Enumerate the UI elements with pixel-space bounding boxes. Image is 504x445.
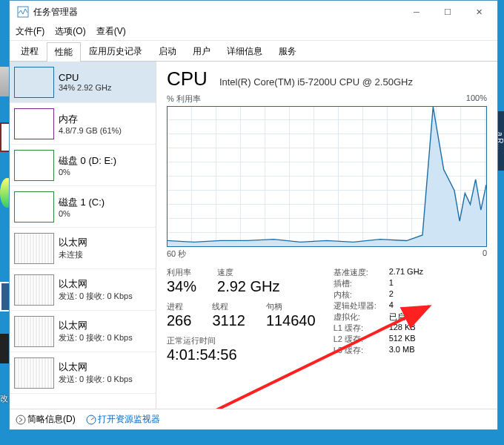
- sidebar-item-sub: 0%: [59, 209, 105, 218]
- eth-thumb-icon: [14, 357, 54, 389]
- sidebar-item-mem-1[interactable]: 内存4.8/7.9 GB (61%): [10, 103, 156, 145]
- sidebar-item-name: 磁盘 1 (C:): [59, 196, 105, 209]
- close-button[interactable]: ✕: [463, 1, 494, 22]
- sidebar-item-name: 内存: [59, 113, 122, 126]
- eth-thumb-icon: [14, 233, 54, 264]
- sidebar-item-eth-7[interactable]: 以太网发送: 0 接收: 0 Kbps: [10, 352, 156, 394]
- chart-label-top-left: % 利用率: [167, 93, 201, 105]
- sidebar-item-disk-2[interactable]: 磁盘 0 (D: E:)0%: [10, 145, 156, 186]
- eth-thumb-icon: [14, 274, 54, 306]
- panel-title: CPU: [167, 67, 208, 90]
- statusbar: 简略信息(D) 打开资源监视器: [10, 409, 497, 429]
- sidebar-item-name: 以太网: [59, 236, 87, 249]
- maximize-button[interactable]: ☐: [432, 1, 463, 22]
- detail-val-6: 512 KB: [389, 334, 434, 345]
- sidebar-item-sub: 0%: [59, 168, 116, 177]
- mem-thumb-icon: [14, 108, 54, 139]
- resmon-icon: [86, 415, 96, 425]
- menu-options[interactable]: 选项(O): [55, 25, 85, 38]
- detail-val-2: 2: [389, 289, 434, 300]
- sidebar-item-eth-5[interactable]: 以太网发送: 0 接收: 0 Kbps: [10, 269, 156, 311]
- detail-val-7: 3.0 MB: [389, 345, 434, 356]
- cpu-details-list: 基准速度:2.71 GHz插槽:1内核:2逻辑处理器:4虚拟化:已启用L1 缓存…: [334, 267, 434, 363]
- sidebar-item-sub: 发送: 0 接收: 0 Kbps: [59, 374, 133, 385]
- menubar: 文件(F) 选项(O) 查看(V): [10, 23, 497, 41]
- label-uptime: 正常运行时间: [167, 335, 316, 346]
- detail-val-3: 4: [389, 300, 434, 312]
- cpu-model: Intel(R) Core(TM) i5-7200U CPU @ 2.50GHz: [219, 76, 413, 88]
- tab-4[interactable]: 用户: [185, 42, 219, 61]
- sidebar-item-eth-6[interactable]: 以太网发送: 0 接收: 0 Kbps: [10, 311, 156, 352]
- sidebar[interactable]: CPU34% 2.92 GHz内存4.8/7.9 GB (61%)磁盘 0 (D…: [10, 62, 156, 409]
- detail-key-0: 基准速度:: [334, 267, 389, 278]
- tab-2[interactable]: 应用历史记录: [81, 42, 150, 61]
- sidebar-item-sub: 发送: 0 接收: 0 Kbps: [59, 291, 133, 302]
- value-uptime: 4:01:54:56: [167, 346, 316, 363]
- task-manager-window: 任务管理器 ─ ☐ ✕ 文件(F) 选项(O) 查看(V) 进程性能应用历史记录…: [9, 0, 498, 430]
- value-handles: 114640: [266, 312, 316, 329]
- cpu-thumb-icon: [14, 67, 54, 98]
- detail-key-6: L2 缓存:: [334, 334, 389, 345]
- svg-line-5: [91, 418, 94, 420]
- sidebar-item-name: 以太网: [59, 277, 133, 291]
- tab-1[interactable]: 性能: [47, 42, 81, 62]
- disk-thumb-icon: [14, 150, 54, 181]
- label-speed: 速度: [217, 267, 279, 278]
- minimize-button[interactable]: ─: [401, 1, 432, 22]
- chart-label-bot-right: 0: [483, 248, 487, 260]
- detail-key-2: 内核:: [334, 289, 389, 300]
- detail-key-1: 插槽:: [334, 278, 389, 289]
- sidebar-item-disk-3[interactable]: 磁盘 1 (C:)0%: [10, 186, 156, 228]
- titlebar[interactable]: 任务管理器 ─ ☐ ✕: [10, 1, 497, 23]
- sidebar-item-eth-4[interactable]: 以太网未连接: [10, 228, 156, 269]
- detail-val-0: 2.71 GHz: [389, 267, 434, 278]
- label-handles: 句柄: [266, 301, 316, 312]
- sidebar-item-name: 以太网: [59, 319, 133, 332]
- sidebar-item-sub: 4.8/7.9 GB (61%): [59, 126, 122, 135]
- chart-label-bot-left: 60 秒: [167, 248, 186, 260]
- disk-thumb-icon: [14, 191, 54, 222]
- open-resource-monitor-link[interactable]: 打开资源监视器: [86, 413, 160, 426]
- tab-5[interactable]: 详细信息: [219, 42, 271, 61]
- detail-val-1: 1: [389, 278, 434, 289]
- menu-file[interactable]: 文件(F): [16, 25, 44, 38]
- tab-6[interactable]: 服务: [271, 42, 305, 61]
- cpu-utilization-chart: [167, 106, 487, 247]
- detail-val-4: 已启用: [389, 312, 434, 323]
- menu-view[interactable]: 查看(V): [96, 25, 126, 38]
- collapse-icon: [16, 415, 26, 425]
- value-utilization: 34%: [167, 278, 196, 295]
- sidebar-item-sub: 34% 2.92 GHz: [59, 83, 112, 92]
- detail-key-5: L1 缓存:: [334, 323, 389, 334]
- label-threads: 线程: [212, 301, 245, 312]
- value-processes: 266: [167, 312, 191, 329]
- sidebar-item-sub: 发送: 0 接收: 0 Kbps: [59, 332, 133, 343]
- label-utilization: 利用率: [167, 267, 196, 278]
- chart-label-top-right: 100%: [466, 93, 487, 105]
- fewer-details-button[interactable]: 简略信息(D): [16, 413, 76, 426]
- svg-point-3: [16, 415, 25, 424]
- detail-key-7: L3 缓存:: [334, 345, 389, 356]
- detail-key-4: 虚拟化:: [334, 312, 389, 323]
- label-processes: 进程: [167, 301, 191, 312]
- tab-0[interactable]: 进程: [13, 42, 47, 61]
- sidebar-item-name: 以太网: [59, 360, 133, 374]
- sidebar-item-name: CPU: [59, 72, 112, 83]
- sidebar-item-cpu-0[interactable]: CPU34% 2.92 GHz: [10, 62, 156, 103]
- detail-key-3: 逻辑处理器:: [334, 300, 389, 312]
- detail-val-5: 128 KB: [389, 323, 434, 334]
- value-speed: 2.92 GHz: [217, 278, 279, 295]
- eth-thumb-icon: [14, 316, 54, 347]
- app-icon: [17, 6, 29, 18]
- tab-3[interactable]: 启动: [150, 42, 185, 61]
- sidebar-item-sub: 未连接: [59, 249, 87, 260]
- window-title: 任务管理器: [33, 6, 401, 19]
- sidebar-item-name: 磁盘 0 (D: E:): [59, 154, 116, 168]
- value-threads: 3112: [212, 312, 245, 329]
- main-panel: CPU Intel(R) Core(TM) i5-7200U CPU @ 2.5…: [156, 62, 497, 409]
- tab-strip: 进程性能应用历史记录启动用户详细信息服务: [10, 41, 497, 62]
